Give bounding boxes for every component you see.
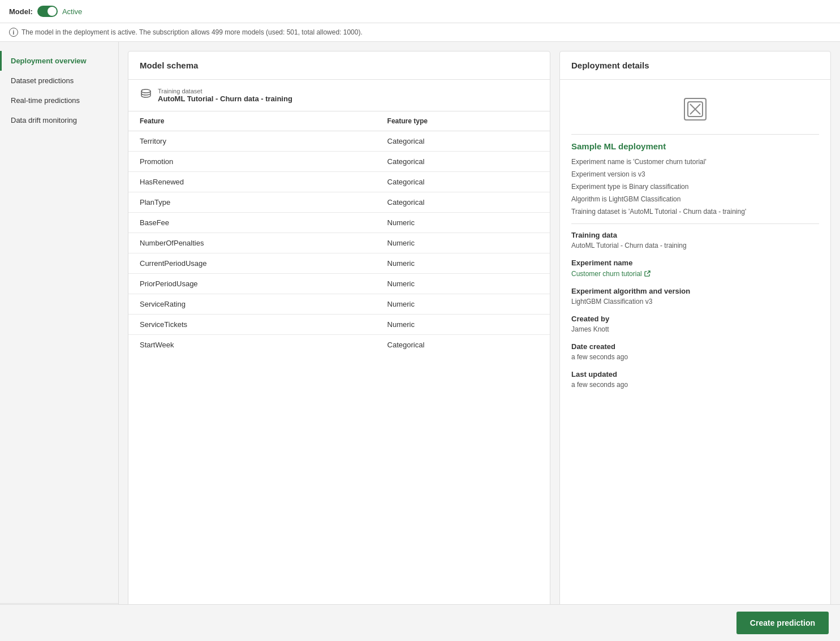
- feature-cell: NumberOfPenalties: [128, 233, 376, 253]
- detail-section: Last updateda few seconds ago: [571, 370, 819, 389]
- feature-cell: ServiceRating: [128, 294, 376, 315]
- description-lines: Experiment name is 'Customer churn tutor…: [571, 157, 819, 217]
- training-name: AutoML Tutorial - Churn data - training: [158, 94, 292, 103]
- schema-panel-header: Model schema: [128, 51, 550, 80]
- model-icon: [684, 98, 707, 121]
- description-line: Experiment version is v3: [571, 169, 819, 179]
- details-panel: Deployment details Sample ML deployment …: [559, 51, 831, 623]
- model-status: Model: Active: [9, 6, 831, 17]
- sidebar-item-deployment-overview[interactable]: Deployment overview: [0, 51, 118, 71]
- detail-section-label: Experiment algorithm and version: [571, 287, 819, 295]
- create-prediction-button[interactable]: Create prediction: [736, 612, 829, 632]
- detail-sections: Training dataAutoML Tutorial - Churn dat…: [571, 231, 819, 389]
- detail-section-label: Date created: [571, 342, 819, 351]
- svg-point-0: [141, 89, 150, 93]
- table-row: ServiceTicketsNumeric: [128, 315, 550, 335]
- feature-cell: CurrentPeriodUsage: [128, 253, 376, 274]
- divider2: [571, 223, 819, 224]
- sidebar: Deployment overview Dataset predictions …: [0, 42, 119, 632]
- status-badge: Active: [62, 7, 82, 16]
- feature-type-cell: Numeric: [376, 213, 550, 233]
- feature-cell: StartWeek: [128, 335, 376, 355]
- feature-cell: BaseFee: [128, 213, 376, 233]
- feature-type-cell: Categorical: [376, 335, 550, 355]
- info-message: The model in the deployment is active. T…: [21, 28, 363, 36]
- detail-section-label: Training data: [571, 231, 819, 239]
- table-row: TerritoryCategorical: [128, 131, 550, 152]
- detail-section-value: James Knott: [571, 325, 819, 333]
- feature-cell: PriorPeriodUsage: [128, 274, 376, 294]
- detail-section-value: a few seconds ago: [571, 353, 819, 361]
- description-line: Training dataset is 'AutoML Tutorial - C…: [571, 207, 819, 217]
- feature-type-cell: Numeric: [376, 274, 550, 294]
- feature-cell: ServiceTickets: [128, 315, 376, 335]
- detail-section-label: Created by: [571, 315, 819, 323]
- details-panel-header: Deployment details: [560, 51, 830, 80]
- details-content: Sample ML deployment Experiment name is …: [560, 80, 830, 622]
- model-toggle[interactable]: [37, 6, 58, 17]
- bottom-bar: Create prediction: [0, 604, 840, 632]
- feature-type-cell: Categorical: [376, 172, 550, 192]
- feature-type-column-header: Feature type: [376, 111, 550, 131]
- feature-type-cell: Numeric: [376, 233, 550, 253]
- table-row: NumberOfPenaltiesNumeric: [128, 233, 550, 253]
- table-row: PriorPeriodUsageNumeric: [128, 274, 550, 294]
- training-dataset-info: Training dataset AutoML Tutorial - Churn…: [158, 88, 292, 103]
- main-layout: Deployment overview Dataset predictions …: [0, 42, 840, 632]
- detail-section: Experiment nameCustomer churn tutorial: [571, 259, 819, 278]
- feature-column-header: Feature: [128, 111, 376, 131]
- schema-panel: Model schema Training dataset AutoML Tut…: [128, 51, 550, 623]
- detail-section-label: Last updated: [571, 370, 819, 378]
- sidebar-item-realtime-predictions[interactable]: Real-time predictions: [0, 91, 118, 110]
- detail-section-label: Experiment name: [571, 259, 819, 267]
- deployment-name: Sample ML deployment: [571, 141, 819, 151]
- model-label: Model:: [9, 7, 33, 16]
- content-area: Model schema Training dataset AutoML Tut…: [119, 42, 840, 632]
- detail-section: Date createda few seconds ago: [571, 342, 819, 361]
- feature-cell: PlanType: [128, 192, 376, 213]
- table-row: StartWeekCategorical: [128, 335, 550, 355]
- table-row: CurrentPeriodUsageNumeric: [128, 253, 550, 274]
- schema-table-header-row: Feature Feature type: [128, 111, 550, 131]
- training-label: Training dataset: [158, 88, 292, 94]
- detail-section-value: LightGBM Classification v3: [571, 298, 819, 306]
- detail-section: Training dataAutoML Tutorial - Churn dat…: [571, 231, 819, 249]
- feature-type-cell: Numeric: [376, 253, 550, 274]
- description-line: Experiment name is 'Customer churn tutor…: [571, 157, 819, 167]
- feature-type-cell: Categorical: [376, 131, 550, 152]
- model-icon-container: [571, 89, 819, 127]
- schema-table: Feature Feature type TerritoryCategorica…: [128, 111, 550, 355]
- sidebar-nav: Deployment overview Dataset predictions …: [0, 51, 118, 130]
- feature-cell: HasRenewed: [128, 172, 376, 192]
- feature-type-cell: Categorical: [376, 152, 550, 172]
- detail-section-value: AutoML Tutorial - Churn data - training: [571, 242, 819, 249]
- top-bar: Model: Active: [0, 0, 840, 23]
- detail-section: Created byJames Knott: [571, 315, 819, 333]
- detail-section-link[interactable]: Customer churn tutorial: [571, 270, 651, 278]
- database-icon: [140, 88, 152, 103]
- info-bar: i The model in the deployment is active.…: [0, 23, 840, 42]
- table-row: PromotionCategorical: [128, 152, 550, 172]
- table-row: PlanTypeCategorical: [128, 192, 550, 213]
- schema-table-body: TerritoryCategoricalPromotionCategorical…: [128, 131, 550, 355]
- feature-type-cell: Numeric: [376, 294, 550, 315]
- sidebar-item-dataset-predictions[interactable]: Dataset predictions: [0, 71, 118, 91]
- description-line: Experiment type is Binary classification: [571, 182, 819, 192]
- feature-type-cell: Categorical: [376, 192, 550, 213]
- training-dataset-section: Training dataset AutoML Tutorial - Churn…: [128, 80, 550, 111]
- feature-cell: Promotion: [128, 152, 376, 172]
- sidebar-item-data-drift[interactable]: Data drift monitoring: [0, 110, 118, 130]
- detail-section: Experiment algorithm and versionLightGBM…: [571, 287, 819, 306]
- external-link-icon: [644, 270, 651, 278]
- table-row: BaseFeeNumeric: [128, 213, 550, 233]
- feature-cell: Territory: [128, 131, 376, 152]
- table-row: ServiceRatingNumeric: [128, 294, 550, 315]
- table-row: HasRenewedCategorical: [128, 172, 550, 192]
- feature-type-cell: Numeric: [376, 315, 550, 335]
- divider: [571, 134, 819, 135]
- description-line: Algorithm is LightGBM Classification: [571, 194, 819, 204]
- info-icon: i: [9, 28, 18, 37]
- detail-section-value: a few seconds ago: [571, 381, 819, 389]
